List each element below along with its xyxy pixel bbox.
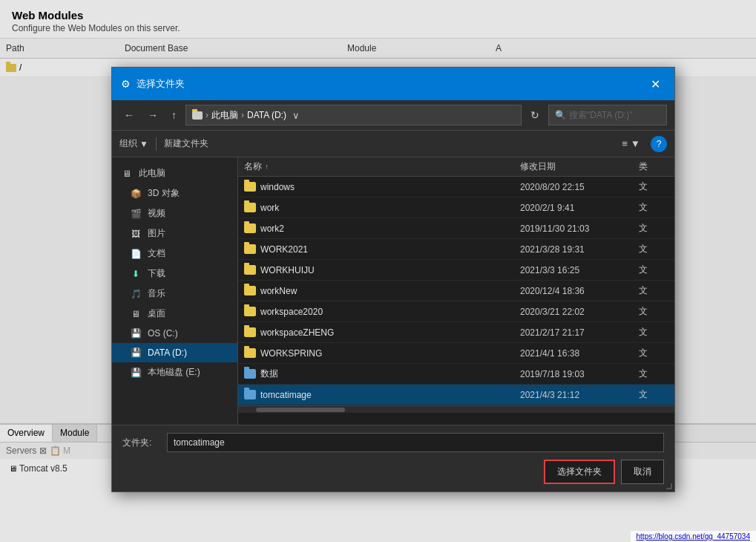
- file-row-workspring[interactable]: WORKSPRING 2021/4/1 16:38 文: [238, 343, 674, 364]
- nav-back-button[interactable]: ←: [119, 106, 139, 124]
- drive-c-icon: 💾: [130, 327, 142, 339]
- horizontal-scrollbar[interactable]: [238, 405, 674, 413]
- file-type-workspace2020: 文: [639, 305, 668, 318]
- left-item-data-d[interactable]: 💾 DATA (D:): [112, 343, 237, 362]
- folder-icon-workspring: [244, 348, 256, 358]
- left-item-this-pc[interactable]: 🖥 此电脑: [112, 163, 237, 183]
- select-folder-button[interactable]: 选择文件夹: [544, 460, 615, 484]
- file-date-windows: 2020/8/20 22:15: [520, 182, 639, 192]
- file-row-workhuiju[interactable]: WORKHUIJU 2021/3/3 16:25 文: [238, 260, 674, 281]
- file-type-data: 文: [639, 368, 668, 380]
- folder-icon-tomcatimage: [244, 390, 256, 399]
- folder-icon-data: [244, 369, 256, 379]
- left-label-this-pc: 此电脑: [139, 167, 165, 180]
- left-label-os-c: OS (C:): [148, 328, 178, 339]
- dialog-left-panel: 🖥 此电脑 📦 3D 对象 🎬 视频 🖼: [112, 157, 238, 425]
- left-label-3d: 3D 对象: [148, 187, 180, 200]
- file-row-windows[interactable]: windows 2020/8/20 22:15 文: [238, 177, 674, 197]
- left-item-video[interactable]: 🎬 视频: [112, 203, 237, 223]
- file-header-type[interactable]: 类: [639, 160, 668, 173]
- file-name-work: work: [244, 203, 520, 213]
- left-item-documents[interactable]: 📄 文档: [112, 244, 237, 264]
- computer-icon: 🖥: [121, 168, 133, 180]
- folder-icon-windows: [244, 182, 256, 192]
- file-row-workspace2020[interactable]: workspace2020 2020/3/21 22:02 文: [238, 301, 674, 322]
- new-folder-button[interactable]: 新建文件夹: [164, 137, 208, 150]
- documents-icon: 📄: [130, 248, 142, 260]
- left-item-local-e[interactable]: 💾 本地磁盘 (E:): [112, 362, 237, 382]
- file-label-work2021: WORK2021: [260, 244, 308, 255]
- dialog-right-panel: 名称 ↑ 修改日期 类 windows 2020/8/20 22:15: [238, 157, 674, 425]
- help-button[interactable]: ?: [651, 136, 667, 152]
- file-label-workspace2020: workspace2020: [260, 307, 323, 317]
- file-header-date[interactable]: 修改日期: [520, 160, 639, 173]
- file-label-workspacezheng: workspaceZHENG: [260, 327, 334, 338]
- file-name-tomcatimage: tomcatimage: [244, 390, 520, 400]
- file-row-work[interactable]: work 2020/2/1 9:41 文: [238, 197, 674, 218]
- file-type-worknew: 文: [639, 284, 668, 297]
- desktop-icon: 🖥: [130, 308, 142, 320]
- file-type-work: 文: [639, 201, 668, 214]
- file-row-tomcatimage[interactable]: tomcatimage 2021/4/3 21:12 文: [238, 385, 674, 405]
- folder-icon-work2: [244, 223, 256, 233]
- file-label-work: work: [260, 203, 279, 213]
- file-date-workspace2020: 2020/3/21 22:02: [520, 307, 639, 317]
- file-date-tomcatimage: 2021/4/3 21:12: [520, 390, 639, 400]
- dialog-overlay: ⚙ 选择文件夹 ✕ ← → ↑ › 此电脑 › DATA (D:) ∨ ↻: [0, 0, 756, 542]
- file-row-data[interactable]: 数据 2019/7/18 19:03 文: [238, 364, 674, 385]
- folder-icon-workspacezheng: [244, 327, 256, 337]
- file-label-tomcatimage: tomcatimage: [260, 390, 312, 400]
- breadcrumb-this-pc[interactable]: 此电脑: [211, 109, 238, 122]
- view-options-button[interactable]: ≡ ▼: [619, 135, 643, 152]
- cancel-button[interactable]: 取消: [621, 460, 664, 484]
- breadcrumb-bar[interactable]: › 此电脑 › DATA (D:) ∨: [185, 105, 522, 125]
- folder-input-label: 文件夹:: [122, 437, 160, 449]
- video-icon: 🎬: [130, 208, 142, 220]
- nav-forward-button[interactable]: →: [143, 106, 162, 124]
- breadcrumb-dropdown-button[interactable]: ∨: [289, 110, 303, 121]
- folder-name-input[interactable]: [167, 433, 664, 452]
- file-date-worknew: 2020/12/4 18:36: [520, 286, 639, 296]
- nav-up-button[interactable]: ↑: [167, 106, 181, 124]
- breadcrumb-sep2: ›: [241, 110, 244, 120]
- dialog-navbar: ← → ↑ › 此电脑 › DATA (D:) ∨ ↻ 🔍 搜索"DATA (D…: [112, 100, 674, 131]
- organize-button[interactable]: 组织 ▼: [119, 137, 148, 150]
- file-type-work2: 文: [639, 222, 668, 235]
- folder-icon-work2021: [244, 244, 256, 254]
- left-item-music[interactable]: 🎵 音乐: [112, 284, 237, 304]
- url-bar: https://blog.csdn.net/qq_44757034: [631, 531, 756, 542]
- file-row-work2021[interactable]: WORK2021 2021/3/28 19:31 文: [238, 239, 674, 260]
- file-list-header: 名称 ↑ 修改日期 类: [238, 157, 674, 177]
- left-item-downloads[interactable]: ⬇ 下载: [112, 264, 237, 284]
- dialog-footer: 文件夹: 选择文件夹 取消: [112, 425, 674, 492]
- resize-handle[interactable]: [665, 483, 674, 492]
- file-header-name[interactable]: 名称 ↑: [244, 160, 520, 173]
- left-item-os-c[interactable]: 💾 OS (C:): [112, 324, 237, 343]
- file-row-work2[interactable]: work2 2019/11/30 21:03 文: [238, 218, 674, 239]
- hscroll-thumb[interactable]: [256, 408, 345, 412]
- left-label-downloads: 下载: [148, 267, 165, 280]
- refresh-button[interactable]: ↻: [526, 106, 544, 124]
- file-date-work2021: 2021/3/28 19:31: [520, 244, 639, 255]
- dialog-close-button[interactable]: ✕: [645, 74, 665, 94]
- drive-d-icon: 💾: [130, 347, 142, 359]
- file-name-workhuiju: WORKHUIJU: [244, 265, 520, 275]
- left-item-pictures[interactable]: 🖼 图片: [112, 223, 237, 244]
- left-item-desktop[interactable]: 🖥 桌面: [112, 304, 237, 324]
- folder-icon-workspace2020: [244, 307, 256, 316]
- breadcrumb-data-d[interactable]: DATA (D:): [247, 110, 286, 120]
- file-row-worknew[interactable]: workNew 2020/12/4 18:36 文: [238, 281, 674, 301]
- left-item-3d[interactable]: 📦 3D 对象: [112, 183, 237, 203]
- file-row-workspacezheng[interactable]: workspaceZHENG 2021/2/17 21:17 文: [238, 322, 674, 343]
- toolbar-divider: [156, 137, 157, 151]
- file-label-worknew: workNew: [260, 286, 297, 296]
- sort-arrow: ↑: [265, 163, 269, 171]
- file-date-workspring: 2021/4/1 16:38: [520, 348, 639, 359]
- file-date-workhuiju: 2021/3/3 16:25: [520, 265, 639, 275]
- file-name-workspacezheng: workspaceZHENG: [244, 327, 520, 338]
- search-box[interactable]: 🔍 搜索"DATA (D:)": [548, 105, 667, 125]
- 3d-icon: 📦: [130, 188, 142, 200]
- search-placeholder: 搜索"DATA (D:)": [569, 109, 632, 122]
- file-label-windows: windows: [260, 182, 295, 192]
- footer-buttons: 选择文件夹 取消: [122, 460, 664, 484]
